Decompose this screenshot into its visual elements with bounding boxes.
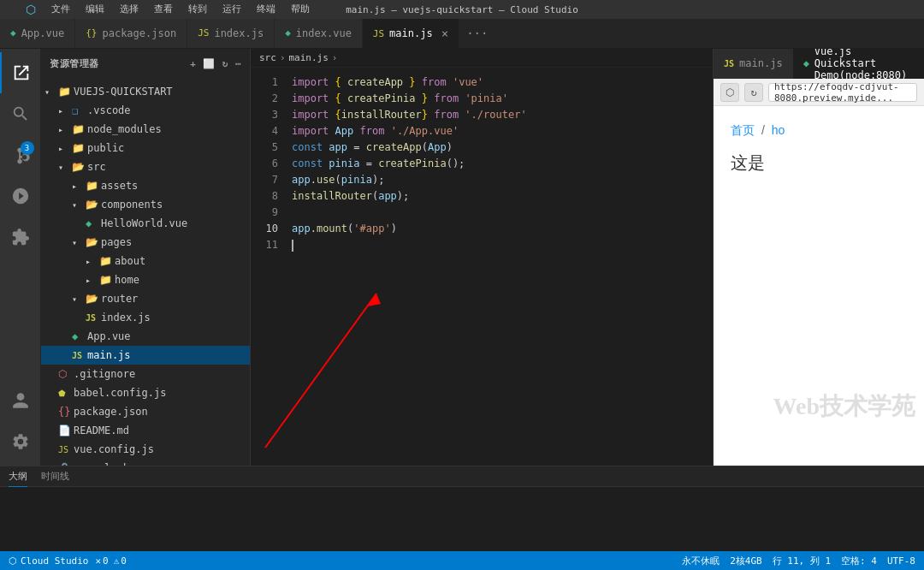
js-icon: JS: [724, 59, 734, 68]
status-position: 行 11, 列 1: [773, 555, 831, 567]
collapse-icon[interactable]: ⋯: [235, 58, 241, 69]
json-icon: {}: [86, 27, 97, 39]
url-text: https://efoqdv-cdjvut-8080.preview.myide…: [774, 81, 911, 104]
menu-edit[interactable]: 编辑: [82, 3, 108, 16]
tab-bar: ◆ App.vue {} package.json JS index.js ◆ …: [0, 19, 924, 49]
tab-main-js[interactable]: JS main.js ×: [363, 18, 459, 48]
tab-close-button[interactable]: ×: [441, 27, 448, 39]
tree-item-readme[interactable]: 📄 README.md: [41, 421, 250, 440]
tree-item-vue-config[interactable]: JS vue.config.js: [41, 440, 250, 459]
item-label: .gitignore: [74, 368, 246, 380]
menu-run[interactable]: 运行: [219, 3, 245, 16]
menu-select[interactable]: 选择: [116, 3, 142, 16]
item-label: pages: [101, 236, 246, 248]
code-area[interactable]: 1 2 3 4 5 6 7 8 9 10 11 import { createA…: [251, 68, 713, 466]
tree-item-app-vue[interactable]: ◆ App.vue: [41, 327, 250, 346]
bottom-tab-outline[interactable]: 大纲: [9, 466, 27, 487]
item-label: README.md: [74, 425, 246, 436]
refresh-icon[interactable]: ↻: [222, 58, 228, 69]
tab-label: package.json: [102, 27, 176, 39]
tree-item-assets[interactable]: ▸ 📁 assets: [41, 176, 250, 195]
js-icon: JS: [373, 28, 384, 39]
tab-index-vue[interactable]: ◆ index.vue: [275, 18, 363, 48]
status-errors[interactable]: ✕ 0 ⚠ 0: [95, 555, 127, 567]
status-encoding: UTF-8: [887, 555, 915, 567]
tab-package-json[interactable]: {} package.json: [75, 18, 187, 48]
status-mode: 永不休眠: [682, 555, 720, 567]
menu-goto[interactable]: 转到: [185, 3, 210, 16]
new-file-icon[interactable]: +: [190, 58, 196, 69]
sidebar-header: 资源管理器 + ⬜ ↻ ⋯: [41, 49, 250, 79]
breadcrumb-sep1: ›: [280, 52, 286, 63]
tree-item-src[interactable]: ▾ 📂 src: [41, 157, 250, 176]
browser-back-button[interactable]: ⬡: [720, 83, 739, 102]
status-bar: ⬡ Cloud Studio ✕ 0 ⚠ 0 永不休眠 2核4GB 行 11, …: [0, 551, 924, 570]
item-label: node_modules: [87, 123, 246, 135]
tree-item-pages[interactable]: ▾ 📂 pages: [41, 233, 250, 252]
item-label: src: [87, 161, 246, 173]
activity-search[interactable]: [0, 93, 41, 134]
tree-item-package-json[interactable]: {} package.json: [41, 402, 250, 421]
tree-item-node-modules[interactable]: ▸ 📁 node_modules: [41, 120, 250, 139]
activity-debug[interactable]: [0, 175, 41, 217]
error-count: 0: [103, 555, 109, 567]
browser-refresh-button[interactable]: ↻: [744, 83, 763, 102]
tree-item-components[interactable]: ▾ 📂 components: [41, 195, 250, 214]
tab-app-vue[interactable]: ◆ App.vue: [0, 18, 75, 48]
browser-url-bar[interactable]: https://efoqdv-cdjvut-8080.preview.myide…: [768, 83, 917, 102]
breadcrumb-sep2: ›: [332, 52, 338, 63]
warning-count: 0: [121, 555, 127, 567]
tree-item-helloworld[interactable]: ◆ HelloWorld.vue: [41, 214, 250, 233]
menu-view[interactable]: 查看: [151, 3, 176, 16]
file-tree: ▾ 📁 VUEJS-QUICKSTART ▸ ❑ .vscode ▸ 📁 nod…: [41, 79, 250, 466]
tab-vue-demo[interactable]: ◆ Vue.js Quickstart Demo(node:8080): [793, 49, 924, 79]
menu-file[interactable]: 文件: [48, 3, 74, 16]
editor-panel: src › main.js › 1 2 3 4 5 6 7 8: [251, 49, 713, 466]
tab-overflow-button[interactable]: ···: [459, 27, 495, 40]
tab-index-js[interactable]: JS index.js: [187, 18, 275, 48]
browser-bar: ⬡ ↻ https://efoqdv-cdjvut-8080.preview.m…: [714, 79, 924, 106]
tree-item-gitignore[interactable]: ⬡ .gitignore: [41, 365, 250, 383]
activity-account[interactable]: [0, 380, 41, 421]
breadcrumb-src: src: [259, 52, 276, 63]
status-spaces: 空格: 4: [841, 555, 877, 567]
bottom-panel: 大纲 时间线: [0, 466, 924, 551]
bottom-tab-timeline[interactable]: 时间线: [41, 466, 69, 487]
tree-item-main-js[interactable]: JS main.js: [41, 346, 250, 365]
activity-git[interactable]: 3: [0, 134, 41, 175]
item-label: about: [115, 255, 246, 267]
item-label: package.json: [74, 406, 246, 418]
breadcrumb-home: 首页: [731, 123, 755, 137]
menu-help[interactable]: 帮助: [287, 3, 313, 16]
tree-item-about[interactable]: ▸ 📁 about: [41, 252, 250, 270]
tab-label: App.vue: [21, 27, 65, 39]
app-logo: ⬡: [26, 3, 36, 16]
vue-icon: ◆: [803, 57, 809, 69]
tree-item-public[interactable]: ▸ 📁 public: [41, 139, 250, 157]
tab-main-js-preview[interactable]: JS main.js: [714, 49, 793, 79]
menu-terminal[interactable]: 终端: [253, 3, 279, 16]
new-folder-icon[interactable]: ⬜: [203, 58, 216, 69]
activity-extensions[interactable]: [0, 217, 41, 258]
status-right: 永不休眠 2核4GB 行 11, 列 1 空格: 4 UTF-8: [682, 555, 915, 567]
tree-root[interactable]: ▾ 📁 VUEJS-QUICKSTART: [41, 82, 250, 101]
branch-icon: ⬡: [9, 555, 17, 567]
status-memory: 2核4GB: [730, 555, 762, 567]
activity-explorer[interactable]: [0, 52, 41, 93]
item-label: public: [87, 142, 246, 154]
tree-item-vscode[interactable]: ▸ ❑ .vscode: [41, 101, 250, 120]
tree-item-router[interactable]: ▾ 📂 router: [41, 289, 250, 308]
tree-item-babel[interactable]: ⬟ babel.config.js: [41, 383, 250, 402]
activity-settings[interactable]: [0, 421, 41, 462]
tree-item-home[interactable]: ▸ 📁 home: [41, 270, 250, 289]
tree-item-router-index[interactable]: JS index.js: [41, 308, 250, 327]
line-numbers: 1 2 3 4 5 6 7 8 9 10 11: [251, 68, 285, 466]
status-branch[interactable]: ⬡ Cloud Studio: [9, 555, 88, 567]
breadcrumb: src › main.js ›: [251, 49, 713, 68]
tree-item-yarn-lock[interactable]: 🔒 yarn.lock: [41, 459, 250, 466]
code-editor[interactable]: import { createApp } from 'vue' import {…: [285, 68, 713, 466]
branch-label: Cloud Studio: [21, 555, 88, 567]
watermark: Web技术学苑: [773, 390, 915, 423]
breadcrumb-sep: /: [761, 123, 768, 137]
item-label: components: [101, 199, 246, 211]
